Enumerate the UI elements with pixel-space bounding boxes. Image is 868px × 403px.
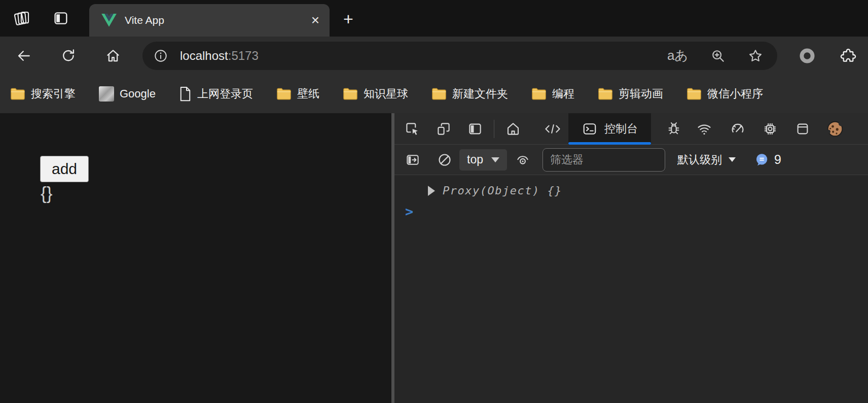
messages-bubble-icon[interactable] [754, 152, 769, 167]
bookmarks-bar: 搜索引擎 Google 上网登录页 壁纸 知识星球 新建文件夹 [0, 75, 868, 113]
page-icon [179, 86, 192, 102]
bookmark-item[interactable]: 上网登录页 [179, 86, 253, 102]
bookmark-star-icon[interactable] [748, 48, 763, 63]
folder-icon [598, 87, 613, 100]
bookmark-label: Google [120, 87, 156, 100]
cookie-icon[interactable] [823, 117, 847, 141]
bookmark-label: 上网登录页 [197, 86, 253, 102]
bookmark-label: 知识星球 [364, 86, 408, 102]
add-button[interactable]: add [40, 156, 89, 182]
vue-logo-icon [101, 14, 117, 27]
bookmark-item[interactable]: 微信小程序 [686, 86, 763, 102]
folder-icon [10, 87, 25, 100]
bookmark-label: 微信小程序 [707, 86, 763, 102]
application-storage-icon[interactable] [791, 117, 814, 141]
message-count: 9 [774, 152, 781, 167]
folder-icon [276, 87, 292, 100]
folder-icon [531, 87, 547, 100]
console-log-entry[interactable]: Proxy(Object) {} [428, 184, 562, 197]
live-expression-eye-icon[interactable] [511, 148, 534, 172]
bookmark-item[interactable]: 知识星球 [343, 86, 408, 102]
debugger-bug-icon[interactable] [662, 117, 685, 141]
filter-input[interactable] [542, 148, 665, 172]
performance-gauge-icon[interactable] [726, 117, 749, 141]
console-sidebar-icon[interactable] [401, 148, 424, 172]
device-emulation-icon[interactable] [432, 117, 455, 141]
bookmark-label: 编程 [552, 86, 574, 102]
home-icon[interactable] [103, 46, 123, 66]
site-info-icon[interactable] [154, 49, 168, 63]
tab-title: Vite App [125, 14, 311, 26]
bookmark-item[interactable]: 搜索引擎 [10, 86, 76, 102]
bookmark-item[interactable]: 剪辑动画 [598, 86, 663, 102]
url-bar[interactable]: localhost:5173 aあ [142, 42, 777, 70]
tab-bar: Vite App × + [0, 0, 868, 37]
tab-console[interactable]: 控制台 [568, 113, 651, 145]
vertical-tabs-icon[interactable] [51, 8, 71, 28]
zoom-in-icon[interactable] [710, 48, 726, 63]
console-toolbar: top 默认级别 [394, 145, 868, 175]
folder-icon [686, 87, 702, 100]
bookmark-label: 搜索引擎 [31, 86, 76, 102]
bookmark-label: 新建文件夹 [452, 86, 508, 102]
bookmark-item[interactable]: 编程 [531, 86, 574, 102]
folder-icon [343, 87, 358, 100]
toolbar-separator [494, 120, 494, 138]
console-output: Proxy(Object) {} > [394, 175, 868, 403]
devtools-tab-bar: 控制台 [394, 113, 868, 145]
browser-tab[interactable]: Vite App × [89, 4, 330, 37]
clear-console-icon[interactable] [433, 148, 456, 172]
favicon-image [99, 86, 114, 102]
frame-context-selector[interactable]: top [459, 149, 507, 171]
web-page-viewport: add {} [0, 113, 391, 403]
welcome-home-icon[interactable] [501, 117, 525, 141]
inspect-element-icon[interactable] [401, 117, 424, 141]
log-entry-text: Proxy(Object) {} [443, 184, 562, 197]
bookmark-label: 壁纸 [297, 86, 319, 102]
workspaces-icon[interactable] [12, 8, 32, 28]
folder-icon [431, 87, 447, 100]
memory-chip-icon[interactable] [758, 117, 782, 141]
new-tab-button[interactable]: + [338, 8, 359, 29]
navigation-toolbar: localhost:5173 aあ [0, 37, 868, 75]
dock-side-icon[interactable] [463, 117, 487, 141]
caret-down-icon [729, 157, 736, 162]
frame-context-value: top [467, 153, 483, 166]
network-wifi-icon[interactable] [693, 117, 716, 141]
recorder-circle-icon[interactable] [799, 47, 816, 64]
tab-close-icon[interactable]: × [311, 13, 319, 27]
object-output-text: {} [41, 183, 52, 204]
devtools-panel: 控制台 [394, 113, 868, 403]
back-icon[interactable] [14, 46, 34, 66]
extensions-puzzle-icon[interactable] [840, 48, 856, 64]
bookmark-item[interactable]: 壁纸 [276, 86, 319, 102]
log-level-label: 默认级别 [677, 152, 722, 167]
caret-down-icon [491, 157, 499, 162]
bookmark-label: 剪辑动画 [619, 86, 663, 102]
console-tab-label: 控制台 [604, 121, 638, 137]
console-prompt-chevron[interactable]: > [405, 204, 413, 219]
bookmark-item[interactable]: Google [99, 86, 156, 102]
elements-code-icon[interactable] [541, 117, 564, 141]
bookmark-item[interactable]: 新建文件夹 [431, 86, 508, 102]
translate-icon[interactable]: aあ [667, 47, 688, 64]
expand-triangle-icon[interactable] [428, 186, 435, 196]
url-host: localhost [180, 49, 228, 63]
reload-icon[interactable] [58, 46, 79, 66]
log-level-dropdown[interactable]: 默认级别 [677, 152, 736, 167]
console-icon [582, 121, 598, 137]
url-port: :5173 [228, 49, 259, 63]
